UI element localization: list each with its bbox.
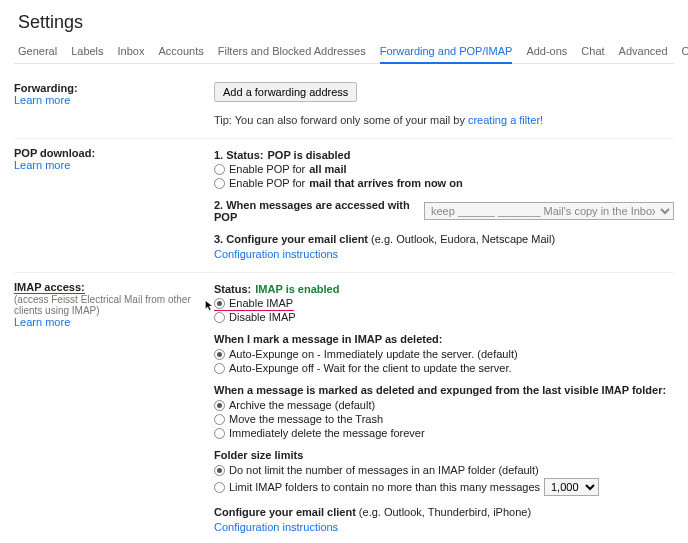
pop-configure-label: 3. Configure your email client — [214, 233, 371, 245]
pop-label: POP download: — [14, 147, 208, 159]
forwarding-tip-link[interactable]: creating a filter! — [468, 114, 543, 126]
tab-addons[interactable]: Add-ons — [526, 45, 567, 57]
folder-nolimit-text: Do not limit the number of messages in a… — [229, 464, 539, 476]
pop-enable-all-text: Enable POP for — [229, 163, 305, 175]
pop-enable-now-text: Enable POP for — [229, 177, 305, 189]
tab-forwarding-pop-imap[interactable]: Forwarding and POP/IMAP — [380, 45, 513, 57]
section-pop: POP download: Learn more 1. Status: POP … — [14, 138, 674, 272]
expunge-on-radio[interactable] — [214, 349, 225, 360]
pop-accessed-label: 2. When messages are accessed with POP — [214, 199, 418, 223]
tab-accounts[interactable]: Accounts — [158, 45, 203, 57]
tab-chat[interactable]: Chat — [581, 45, 604, 57]
pop-configure-link[interactable]: Configuration instructions — [214, 248, 674, 260]
section-forwarding: Forwarding: Learn more Add a forwarding … — [14, 74, 674, 138]
tab-advanced[interactable]: Advanced — [619, 45, 668, 57]
imap-expunged-title: When a message is marked as deleted and … — [214, 384, 674, 396]
page-title: Settings — [18, 12, 674, 33]
pop-enable-all-radio[interactable] — [214, 164, 225, 175]
imap-status-label: Status: — [214, 283, 251, 295]
imap-disable-text: Disable IMAP — [229, 311, 296, 323]
cursor-icon — [204, 300, 216, 312]
trash-radio[interactable] — [214, 414, 225, 425]
settings-tabs: General Labels Inbox Accounts Filters an… — [14, 45, 674, 64]
tab-filters[interactable]: Filters and Blocked Addresses — [218, 45, 366, 57]
pop-status-label: 1. Status: — [214, 149, 264, 161]
pop-enable-now-bold: mail that arrives from now on — [309, 177, 462, 189]
tab-general[interactable]: General — [18, 45, 57, 57]
pop-accessed-select[interactable]: keep ______ _______ Mail's copy in the I… — [424, 202, 674, 220]
imap-deleted-title: When I mark a message in IMAP as deleted… — [214, 333, 674, 345]
folder-limit-select[interactable]: 1,000 — [544, 478, 599, 496]
delete-forever-radio[interactable] — [214, 428, 225, 439]
forwarding-learn-more[interactable]: Learn more — [14, 94, 208, 106]
forwarding-label: Forwarding: — [14, 82, 208, 94]
add-forwarding-address-button[interactable]: Add a forwarding address — [214, 82, 357, 102]
expunge-off-text: Auto-Expunge off - Wait for the client t… — [229, 362, 512, 374]
folder-title: Folder size limits — [214, 449, 674, 461]
pop-status-value: POP is disabled — [268, 149, 351, 161]
expunge-off-radio[interactable] — [214, 363, 225, 374]
delete-forever-text: Immediately delete the message forever — [229, 427, 425, 439]
tab-labels[interactable]: Labels — [71, 45, 103, 57]
imap-configure-link[interactable]: Configuration instructions — [214, 521, 674, 533]
tab-inbox[interactable]: Inbox — [118, 45, 145, 57]
folder-nolimit-radio[interactable] — [214, 465, 225, 476]
imap-status-value: IMAP is enabled — [255, 283, 339, 295]
pop-enable-now-radio[interactable] — [214, 178, 225, 189]
expunge-on-text: Auto-Expunge on - Immediately update the… — [229, 348, 518, 360]
imap-label: IMAP access: — [14, 281, 85, 294]
pop-learn-more[interactable]: Learn more — [14, 159, 208, 171]
tab-offline[interactable]: Offline — [682, 45, 688, 57]
archive-radio[interactable] — [214, 400, 225, 411]
imap-configure-hint: (e.g. Outlook, Thunderbird, iPhone) — [359, 506, 531, 518]
imap-learn-more[interactable]: Learn more — [14, 316, 208, 328]
section-imap: IMAP access: (access Feisst Electrical M… — [14, 272, 674, 543]
folder-limit-text: Limit IMAP folders to contain no more th… — [229, 481, 540, 493]
archive-text: Archive the message (default) — [229, 399, 375, 411]
imap-disable-radio[interactable] — [214, 312, 225, 323]
forwarding-tip-text: Tip: You can also forward only some of y… — [214, 114, 468, 126]
imap-hint: (access Feisst Electrical Mail from othe… — [14, 294, 208, 316]
trash-text: Move the message to the Trash — [229, 413, 383, 425]
folder-limit-radio[interactable] — [214, 482, 225, 493]
imap-enable-text: Enable IMAP — [229, 297, 293, 309]
pop-enable-all-bold: all mail — [309, 163, 346, 175]
pop-configure-hint: (e.g. Outlook, Eudora, Netscape Mail) — [371, 233, 555, 245]
imap-configure-label: Configure your email client — [214, 506, 359, 518]
